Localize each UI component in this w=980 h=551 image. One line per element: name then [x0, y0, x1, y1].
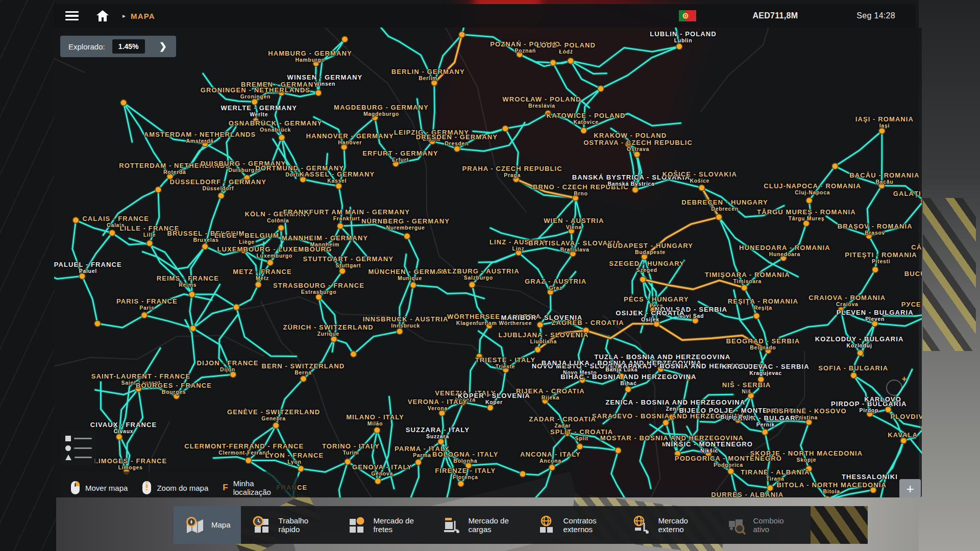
city-dot	[469, 282, 475, 288]
explored-expand-button[interactable]: ❯	[154, 41, 172, 52]
city-dot	[141, 312, 148, 318]
game-time: Seg 14:28	[856, 11, 895, 20]
city-dot	[240, 247, 247, 254]
city-dot	[79, 273, 85, 279]
tab-label: Mercado de fretes	[374, 516, 421, 534]
city-dot	[321, 244, 327, 251]
my-location-label: Minha localização	[233, 479, 287, 497]
city-dot	[351, 351, 357, 357]
city-dot	[513, 176, 519, 182]
city-dot	[300, 375, 306, 382]
tab-trabalho-rapido[interactable]: Trabalho rápido	[241, 506, 336, 544]
city-dot	[94, 320, 101, 327]
zoom-map-hint: Zoom do mapa	[142, 481, 208, 495]
city-dot	[705, 450, 712, 457]
city-dot	[547, 289, 553, 295]
city-dot	[341, 144, 347, 150]
city-dot	[885, 407, 891, 413]
tab-mercado-de-cargas[interactable]: Mercado de cargas	[431, 506, 526, 544]
tab-label: Mercado de cargas	[469, 516, 516, 534]
tab-comboio-ativo[interactable]: Comboio ativo	[716, 506, 811, 544]
city-dot	[570, 251, 576, 257]
bottom-tab-bar: Mapa Trabalho rápido Mercado de fretes M…	[174, 506, 868, 544]
tab-mercado-externo[interactable]: Mercado externo	[621, 506, 716, 544]
city-dot	[640, 277, 646, 283]
city-dot	[465, 462, 472, 468]
city-dot	[657, 366, 664, 372]
city-dot	[278, 90, 284, 96]
city-dot	[615, 447, 621, 454]
tab-label: Mapa	[211, 520, 231, 529]
zoom-map-label: Zoom do mapa	[157, 484, 208, 492]
home-button[interactable]	[93, 9, 112, 22]
menu-button[interactable]	[62, 8, 82, 24]
city-dot	[486, 322, 493, 329]
city-dot	[230, 371, 236, 378]
city-dot	[716, 214, 722, 220]
city-dot	[459, 32, 465, 38]
city-dot	[73, 217, 79, 223]
city-dot	[189, 291, 195, 297]
zoom-in-button[interactable]: +	[899, 479, 921, 497]
city-dot	[431, 80, 437, 86]
city-dot	[762, 429, 768, 435]
city-dot	[202, 141, 208, 147]
city-dot	[454, 146, 460, 152]
tab-mercado-de-fretes[interactable]: Mercado de fretes	[336, 506, 431, 544]
city-dot	[331, 336, 337, 342]
city-dot	[806, 197, 812, 204]
city-dot	[315, 90, 322, 96]
city-dot	[699, 185, 705, 191]
city-dot	[692, 317, 698, 323]
city-dot	[300, 177, 306, 183]
top-bar: ▸ MAPA AED711,8M Seg 14:28	[54, 4, 916, 28]
tab-label: Contratos externos	[564, 516, 610, 534]
external-market-icon	[631, 515, 652, 535]
hazard-stripe	[923, 198, 976, 351]
city-dot	[520, 471, 526, 477]
city-dot	[109, 230, 115, 236]
city-dot	[537, 322, 543, 328]
city-dot	[803, 220, 810, 227]
freight-market-icon	[346, 515, 368, 535]
tab-contratos-externos[interactable]: Contratos externos	[526, 506, 621, 544]
city-dot	[460, 399, 467, 405]
city-dot	[577, 443, 583, 449]
city-dot	[900, 438, 906, 444]
city-dot	[336, 183, 342, 189]
city-dot	[174, 393, 180, 399]
city-dot	[676, 43, 682, 49]
city-dot	[568, 228, 574, 234]
cargo-market-icon	[441, 515, 462, 535]
city-dot	[278, 225, 284, 231]
city-dot	[625, 386, 631, 392]
tab-mapa[interactable]: Mapa	[174, 506, 241, 544]
map-view[interactable]: HAMBURG - GERMANYHamburgoWINSEN - GERMAN…	[54, 28, 922, 497]
city-dot	[542, 398, 548, 404]
city-dot	[583, 328, 589, 334]
city-dot	[806, 419, 812, 425]
city-dot	[832, 163, 838, 169]
city-dot	[374, 427, 380, 433]
city-dot	[879, 128, 885, 134]
city-dot	[337, 223, 344, 229]
city-dot	[415, 459, 422, 465]
city-dot	[345, 459, 351, 465]
city-dot	[878, 183, 885, 189]
city-dot	[375, 478, 381, 484]
city-dot	[534, 346, 541, 353]
map-legend-button[interactable]	[60, 431, 97, 465]
garage-wall-left	[0, 0, 56, 551]
city-dot	[753, 313, 760, 319]
breadcrumb: MAPA	[131, 12, 155, 20]
city-dot	[438, 438, 444, 444]
city-dot	[669, 414, 675, 420]
city-dot	[581, 128, 587, 134]
city-dot	[476, 354, 482, 360]
map-controls: Mover mapa Zoom do mapa F Minha localiza…	[60, 471, 298, 497]
city-dot	[767, 485, 773, 491]
city-dot	[545, 110, 551, 116]
city-dot	[549, 464, 555, 470]
city-dot	[765, 347, 771, 354]
city-dot	[872, 267, 878, 273]
